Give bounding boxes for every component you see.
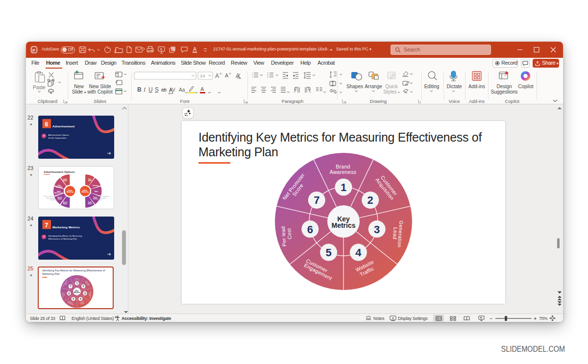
svg-text:˅: ˅ <box>229 72 231 76</box>
svg-text:Marketing: Marketing <box>67 191 74 193</box>
svg-text:Marketing: Marketing <box>81 191 88 193</box>
svg-text:that you should: that you should <box>47 197 55 199</box>
svg-text:Aa: Aa <box>179 87 185 93</box>
svg-text:Media: Media <box>88 180 92 182</box>
svg-text:use here: use here <box>97 199 102 201</box>
svg-text:S: S <box>155 86 159 93</box>
svg-text:Radio: Radio <box>95 191 98 193</box>
svg-text:Identifying Key Metrics for Me: Identifying Key Metrics for Measuring <box>49 235 83 237</box>
svg-text:Advertisement: Advertisement <box>52 124 75 128</box>
svg-text:Shows: Shows <box>88 203 92 205</box>
svg-text:Advertisement Options: Advertisement Options <box>49 134 69 136</box>
svg-text:A: A <box>215 73 219 79</box>
svg-text:for the Organization: for the Organization <box>49 137 67 139</box>
svg-text:B: B <box>137 86 142 93</box>
svg-text:that you should: that you should <box>97 197 106 199</box>
svg-text:A: A <box>200 86 204 92</box>
svg-text:Media: Media <box>63 180 67 182</box>
svg-text:7: 7 <box>45 222 49 229</box>
svg-text:ab: ab <box>161 87 167 93</box>
svg-text:Television: Television <box>93 185 99 187</box>
svg-text:This is a sample text: This is a sample text <box>44 195 55 197</box>
svg-text:A: A <box>193 46 196 52</box>
svg-text:use here: use here <box>50 199 56 201</box>
svg-text:Effectiveness of Marketing Pla: Effectiveness of Marketing Plan <box>49 238 77 240</box>
svg-text:I: I <box>143 86 146 93</box>
svg-text:U: U <box>148 86 153 93</box>
svg-text:Marketing Metrics: Marketing Metrics <box>52 225 80 229</box>
svg-text:This is a sample text: This is a sample text <box>97 195 109 197</box>
svg-text:14: 14 <box>200 73 205 78</box>
svg-text:P: P <box>32 48 35 53</box>
svg-text:6: 6 <box>45 121 49 128</box>
svg-text:˄: ˄ <box>220 72 222 76</box>
svg-text:Engine: Engine <box>63 203 68 205</box>
svg-text:Advertisement: Advertisement <box>54 192 63 194</box>
svg-text:Engine: Engine <box>58 198 62 200</box>
svg-text:A: A <box>225 73 228 78</box>
svg-text:Advertisement Options: Advertisement Options <box>44 170 75 173</box>
svg-text:Marketing: Marketing <box>56 186 63 188</box>
